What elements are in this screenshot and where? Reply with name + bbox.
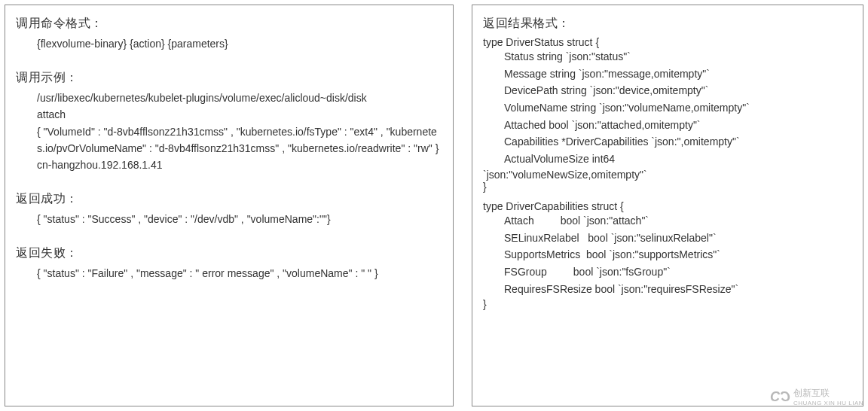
success-title: 返回成功： [16,191,442,207]
left-panel: 调用命令格式： {flexvolume-binary} {action} {pa… [5,5,454,406]
struct-field: Attached bool `json:"attached,omitempty"… [504,117,852,134]
struct-field: Message string `json:"message,omitempty"… [504,66,852,83]
right-panel: 返回结果格式： type DriverStatus struct { Statu… [472,5,863,406]
struct1-close: } [483,181,852,193]
cmd-format-title: 调用命令格式： [16,16,442,32]
struct-field: DevicePath string `json:"device,omitempt… [504,83,852,99]
struct2-fields: Attach bool `json:"attach"` SELinuxRelab… [483,213,852,297]
struct-field: ActualVolumeSize int64 [504,151,852,168]
example-body: /usr/libexec/kubernetes/kubelet-plugins/… [16,90,442,174]
cmd-format-body: {flexvolume-binary} {action} {parameters… [16,36,442,53]
cmd-format-text: {flexvolume-binary} {action} {parameters… [37,36,442,53]
failure-title: 返回失败： [16,245,442,261]
struct-field: Attach bool `json:"attach"` [504,213,852,230]
struct-field: Capabilities *DriverCapabilities `json:"… [504,134,852,151]
struct-field: VolumeName string `json:"volumeName,omit… [504,100,852,117]
struct2-open: type DriverCapabilities struct { [483,200,852,212]
success-body: { "status" : "Success" , "device" : "/de… [16,212,442,228]
failure-text: { "status" : "Failure" , "message" : " e… [37,266,442,282]
success-text: { "status" : "Success" , "device" : "/de… [37,212,442,228]
struct2-close: } [483,298,852,310]
struct1-extra: `json:"volumeNewSize,omitempty"` [483,169,852,181]
failure-body: { "status" : "Failure" , "message" : " e… [16,266,442,282]
example-line: attach [37,107,442,123]
example-line: cn-hangzhou.192.168.1.41 [37,157,442,174]
struct-field: Status string `json:"status"` [504,49,852,65]
struct-field: SELinuxRelabel bool `json:"selinuxRelabe… [504,230,852,247]
example-line: { "VolumeId" : "d-8vb4fflsonz21h31cmss" … [37,124,442,157]
result-format-title: 返回结果格式： [483,16,852,32]
struct-field: RequiresFSResize bool `json:"requiresFSR… [504,282,852,298]
struct1-open: type DriverStatus struct { [483,36,852,48]
struct-field: FSGroup bool `json:"fsGroup"` [504,264,852,281]
struct1-fields: Status string `json:"status"` Message st… [483,49,852,168]
struct-field: SupportsMetrics bool `json:"supportsMetr… [504,247,852,263]
example-title: 调用示例： [16,70,442,86]
example-line: /usr/libexec/kubernetes/kubelet-plugins/… [37,90,442,107]
